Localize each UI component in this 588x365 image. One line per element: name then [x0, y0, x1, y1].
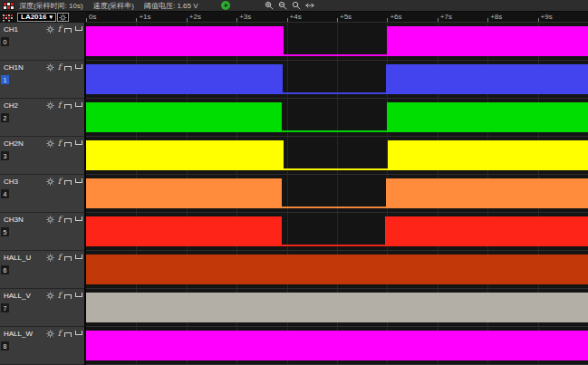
- channel-icon-group: f: [46, 63, 82, 72]
- gear-icon[interactable]: [46, 63, 54, 72]
- zoom-out-icon[interactable]: [278, 1, 287, 10]
- trigger-rising-edge-icon[interactable]: [64, 294, 72, 299]
- sample-rate-setting[interactable]: 速度(采样率): [93, 1, 134, 11]
- channel-number-badge[interactable]: 8: [1, 341, 9, 351]
- trigger-rising-edge-icon[interactable]: [64, 66, 72, 71]
- measure-icon[interactable]: f: [58, 254, 61, 262]
- channel-row-ch2[interactable]: 2CH2f: [0, 99, 84, 137]
- gear-icon[interactable]: [46, 254, 54, 262]
- waveform-area[interactable]: [86, 23, 588, 365]
- channel-number-badge[interactable]: 1: [1, 75, 9, 84]
- gear-icon[interactable]: [46, 25, 54, 34]
- trigger-falling-edge-icon[interactable]: [75, 26, 82, 31]
- ruler-label: +2s: [189, 13, 201, 21]
- waveform-high-segment: [387, 26, 588, 56]
- trigger-rising-edge-icon[interactable]: [64, 332, 72, 337]
- channel-number-badge[interactable]: 6: [1, 265, 9, 274]
- waveform-high-segment: [86, 178, 282, 208]
- pan-icon[interactable]: [305, 1, 314, 10]
- measure-icon[interactable]: f: [58, 63, 61, 72]
- channel-number-badge[interactable]: 7: [1, 303, 9, 312]
- ruler-label: +7s: [440, 13, 452, 21]
- trigger-rising-edge-icon[interactable]: [64, 218, 72, 223]
- waveform-row-hall_w[interactable]: [86, 327, 588, 365]
- channel-name-label: CH3: [4, 178, 18, 186]
- ruler-label: +1s: [139, 13, 150, 21]
- trigger-falling-edge-icon[interactable]: [75, 140, 82, 145]
- waveform-row-ch2[interactable]: [86, 99, 588, 137]
- measure-icon[interactable]: f: [58, 216, 61, 224]
- ruler-label: +3s: [239, 13, 251, 21]
- waveform-row-ch1[interactable]: [86, 23, 588, 61]
- waveform-high-segment: [86, 331, 588, 360]
- waveform-high-segment: [387, 102, 588, 132]
- waveform-high-segment: [86, 64, 283, 94]
- ruler-tick: [337, 18, 338, 22]
- trigger-falling-edge-icon[interactable]: [75, 255, 82, 259]
- trigger-rising-edge-icon[interactable]: [64, 256, 72, 261]
- channel-row-ch3n[interactable]: 5CH3Nf: [0, 213, 84, 251]
- channel-name-label: HALL_U: [4, 254, 31, 262]
- device-bar: LA2016 ▾: [0, 12, 86, 23]
- channel-row-ch1n[interactable]: 1CH1Nf: [0, 61, 84, 99]
- waveform-high-segment: [86, 255, 588, 284]
- trigger-rising-edge-icon[interactable]: [64, 28, 72, 33]
- timeline-ruler[interactable]: 0s+1s+2s+3s+4s+5s+6s+7s+8s+9s: [86, 12, 588, 23]
- ruler-tick: [438, 18, 439, 22]
- gear-icon[interactable]: [46, 101, 54, 110]
- channel-panel: 0CH1f1CH1Nf2CH2f3CH2Nf4CH3f5CH3Nf6HALL_U…: [0, 23, 86, 365]
- waveform-row-hall_u[interactable]: [86, 251, 588, 289]
- gear-icon: [59, 14, 67, 22]
- channel-row-ch3[interactable]: 4CH3f: [0, 175, 84, 213]
- measure-icon[interactable]: f: [58, 139, 61, 148]
- measure-icon[interactable]: f: [58, 292, 61, 300]
- gear-icon[interactable]: [46, 216, 54, 224]
- channel-number-badge[interactable]: 3: [1, 151, 9, 160]
- threshold-voltage-setting[interactable]: 阈值电压: 1.65 V: [144, 1, 198, 11]
- device-select-dropdown[interactable]: LA2016 ▾: [17, 13, 56, 22]
- zoom-in-icon[interactable]: [265, 1, 274, 10]
- channel-row-ch2n[interactable]: 3CH2Nf: [0, 137, 84, 175]
- ruler-label: +8s: [490, 13, 502, 21]
- channel-icon-group: f: [46, 330, 82, 338]
- gear-icon[interactable]: [46, 292, 54, 300]
- measure-icon[interactable]: f: [58, 178, 61, 186]
- channel-number-badge[interactable]: 0: [1, 37, 9, 46]
- waveform-high-segment: [86, 102, 282, 132]
- channel-number-badge[interactable]: 4: [1, 189, 9, 198]
- gear-icon[interactable]: [46, 330, 54, 338]
- main-toolbar: 深度(采样时间: 10s) 速度(采样率) 阈值电压: 1.65 V: [0, 0, 588, 12]
- measure-icon[interactable]: f: [58, 25, 61, 34]
- waveform-row-ch2n[interactable]: [86, 137, 588, 175]
- start-capture-button[interactable]: [221, 1, 230, 10]
- trigger-falling-edge-icon[interactable]: [75, 102, 82, 107]
- depth-setting[interactable]: 深度(采样时间: 10s): [19, 1, 83, 11]
- trigger-rising-edge-icon[interactable]: [64, 142, 72, 147]
- gear-icon[interactable]: [46, 178, 54, 186]
- device-settings-button[interactable]: [57, 13, 69, 22]
- channel-row-hall_w[interactable]: 8HALL_Wf: [0, 327, 84, 365]
- zoom-fit-icon[interactable]: [292, 1, 301, 10]
- waveform-row-ch3n[interactable]: [86, 213, 588, 251]
- waveform-row-ch3[interactable]: [86, 175, 588, 213]
- channel-number-badge[interactable]: 2: [1, 113, 9, 122]
- channel-row-hall_u[interactable]: 6HALL_Uf: [0, 251, 84, 289]
- app-logo: [3, 2, 14, 10]
- measure-icon[interactable]: f: [58, 330, 61, 338]
- trigger-rising-edge-icon[interactable]: [64, 104, 72, 109]
- measure-icon[interactable]: f: [58, 101, 61, 110]
- trigger-falling-edge-icon[interactable]: [75, 216, 82, 221]
- trigger-falling-edge-icon[interactable]: [75, 64, 82, 69]
- waveform-row-ch1n[interactable]: [86, 61, 588, 99]
- trigger-falling-edge-icon[interactable]: [75, 293, 82, 297]
- trigger-rising-edge-icon[interactable]: [64, 180, 72, 185]
- gear-icon[interactable]: [46, 139, 54, 148]
- waveform-row-hall_v[interactable]: [86, 289, 588, 327]
- trigger-falling-edge-icon[interactable]: [75, 331, 82, 335]
- channel-row-ch1[interactable]: 0CH1f: [0, 23, 84, 61]
- channel-number-badge[interactable]: 5: [1, 227, 9, 236]
- channel-row-hall_v[interactable]: 7HALL_Vf: [0, 289, 84, 327]
- ruler-tick: [136, 18, 137, 22]
- trigger-falling-edge-icon[interactable]: [75, 178, 82, 183]
- ruler-label: +6s: [390, 13, 401, 21]
